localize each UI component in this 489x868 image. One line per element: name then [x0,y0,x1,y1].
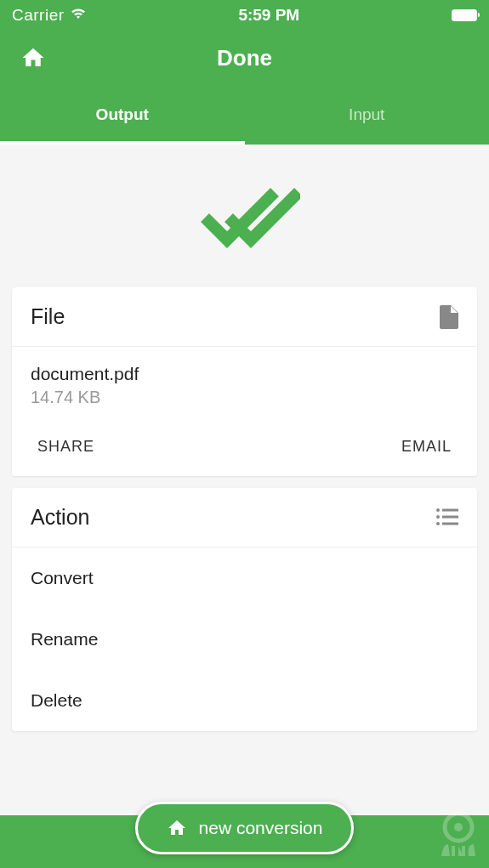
svg-point-0 [436,508,440,512]
new-conversion-label: new conversion [199,818,323,838]
new-conversion-button[interactable]: new conversion [135,802,355,854]
file-card-title: File [31,304,65,329]
file-card-header: File [12,287,477,347]
bottom-bar: new conversion [0,815,489,868]
svg-point-7 [454,823,463,831]
battery-icon [452,9,477,21]
file-actions: SHARE EMAIL [12,421,477,476]
file-card: File document.pdf 14.74 KB SHARE EMAIL [12,287,477,476]
tab-output-label: Output [96,105,149,124]
success-checkmark [12,145,477,287]
action-rename[interactable]: Rename [12,609,477,670]
svg-point-4 [436,522,440,525]
watermark-icon [433,808,484,863]
home-button-icon [167,818,187,838]
svg-point-2 [436,515,440,519]
page-title: Done [217,45,272,71]
action-convert[interactable]: Convert [12,547,477,609]
share-button[interactable]: SHARE [37,438,94,456]
status-right [452,9,477,21]
nav-bar: Done [0,31,489,85]
content-area: File document.pdf 14.74 KB SHARE EMAIL A… [0,145,489,731]
tab-input-label: Input [349,105,384,124]
file-size: 14.74 KB [31,388,458,407]
email-button[interactable]: EMAIL [401,438,452,456]
action-card-header: Action [12,488,477,547]
tab-output[interactable]: Output [0,85,245,145]
status-bar: Carrier 5:59 PM [0,0,489,31]
svg-rect-3 [442,515,458,518]
status-left: Carrier [12,6,87,25]
tabs: Output Input [0,85,489,145]
app-header: Carrier 5:59 PM Done Output Input [0,0,489,145]
tab-input[interactable]: Input [245,85,490,145]
action-card: Action Convert Rename Delete [12,488,477,731]
svg-rect-1 [442,508,458,511]
action-delete[interactable]: Delete [12,670,477,731]
action-card-title: Action [31,505,89,530]
file-icon [440,305,458,329]
time-label: 5:59 PM [238,6,299,25]
list-icon [436,508,458,527]
home-icon[interactable] [20,45,46,71]
file-info: document.pdf 14.74 KB [12,347,477,421]
carrier-label: Carrier [12,6,65,25]
file-name: document.pdf [31,364,458,384]
wifi-icon [70,6,87,25]
svg-rect-5 [442,522,458,525]
